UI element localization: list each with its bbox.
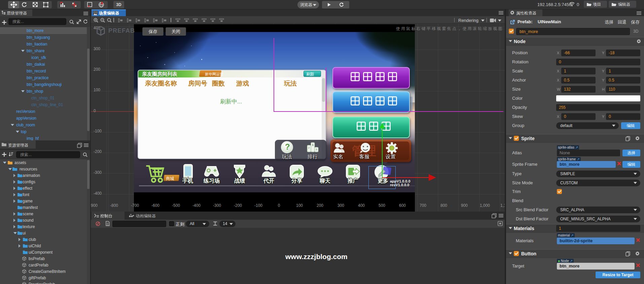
svg-text:2: 2: [308, 146, 310, 149]
svg-text:1: 1: [312, 143, 314, 147]
svg-text:3: 3: [316, 148, 317, 151]
